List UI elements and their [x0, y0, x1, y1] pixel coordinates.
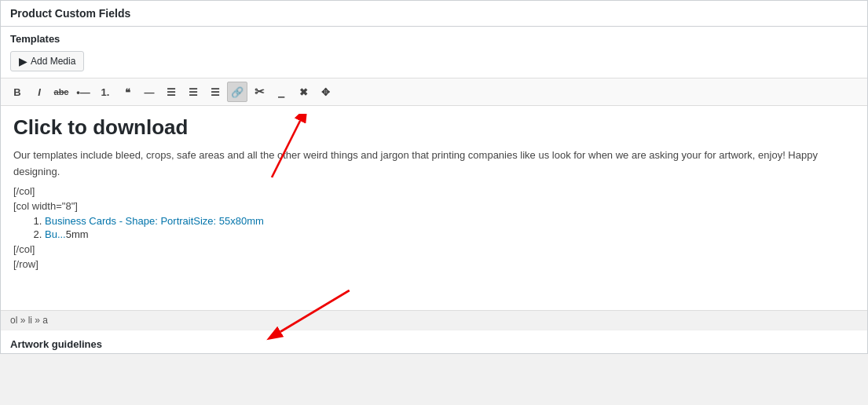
align-center-button[interactable]: ☰ [183, 82, 203, 102]
page-header: Product Custom Fields [1, 1, 867, 27]
blockquote-button[interactable]: ❝ [117, 82, 137, 102]
italic-button[interactable]: I [29, 82, 49, 102]
insert-more-button[interactable]: ⎯ [271, 82, 291, 102]
ordered-list-button[interactable]: 1. [95, 82, 115, 102]
add-media-button[interactable]: ▶ Add Media [10, 51, 84, 71]
add-media-label: Add Media [31, 56, 75, 67]
shortcode-row-close: [/row] [13, 258, 855, 270]
bold-button[interactable]: B [7, 82, 27, 102]
page-wrapper: Product Custom Fields Templates ▶ Add Me… [0, 0, 868, 354]
fullscreen-button[interactable]: ✖ [293, 82, 313, 102]
horizontal-rule-button[interactable]: — [139, 82, 159, 102]
editor-content: Click to download Our templates include … [13, 115, 855, 270]
table-button[interactable]: ✥ [315, 82, 335, 102]
add-media-icon: ▶ [19, 55, 27, 68]
insert-link-button[interactable]: 🔗 [227, 82, 247, 102]
editor-paragraph: Our templates include bleed, crops, safe… [13, 148, 855, 181]
list-item-link-2[interactable]: Bu... [45, 228, 66, 240]
section-label: Templates [1, 27, 867, 48]
editor-heading: Click to download [13, 115, 855, 140]
align-right-button[interactable]: ☰ [205, 82, 225, 102]
align-left-button[interactable]: ☰ [161, 82, 181, 102]
list-item: Bu...5mm [45, 228, 855, 240]
strikethrough-button[interactable]: abc [51, 82, 71, 102]
artwork-guidelines-label: Artwork guidelines [1, 330, 867, 353]
list-item: Business Cards - Shape: PortraitSize: 55… [45, 215, 855, 227]
page-title: Product Custom Fields [10, 7, 130, 20]
editor-toolbar: B I abc •— 1. ❝ — ☰ ☰ ☰ 🔗 ✂ ⎯ ✖ ✥ [1, 78, 867, 106]
list-item-link-1[interactable]: Business Cards - Shape: PortraitSize: 55… [45, 215, 264, 227]
editor-area[interactable]: Click to download Our templates include … [1, 106, 867, 310]
shortcode-col-close2: [/col] [13, 243, 855, 255]
unlink-button[interactable]: ✂ [249, 82, 269, 102]
breadcrumb-path: ol » li » a [10, 315, 48, 326]
unordered-list-button[interactable]: •— [73, 82, 93, 102]
shortcode-col-close: [/col] [13, 185, 855, 197]
status-bar: ol » li » a [1, 310, 867, 330]
template-list: Business Cards - Shape: PortraitSize: 55… [45, 215, 855, 240]
shortcode-col-open: [col width="8"] [13, 200, 855, 212]
